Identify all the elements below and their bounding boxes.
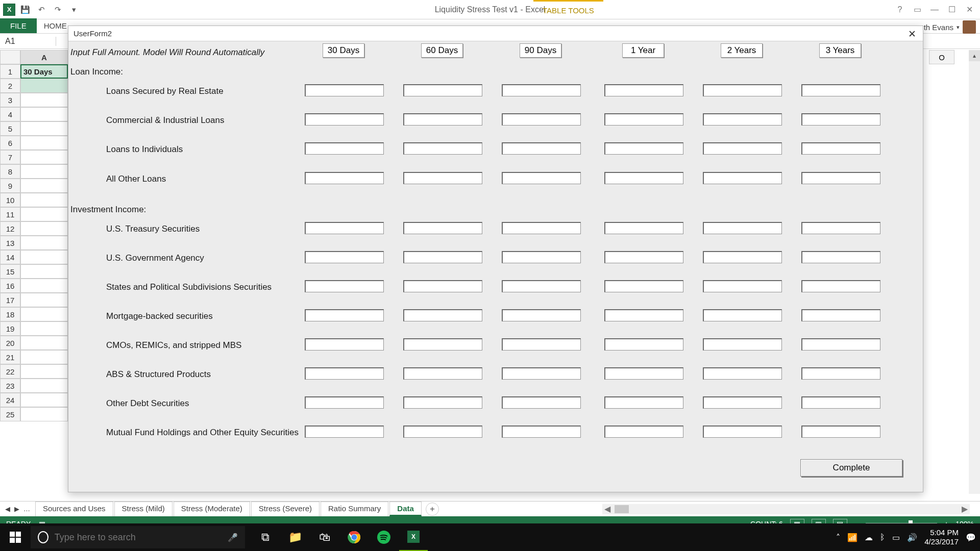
vertical-scrollbar[interactable]: ▴	[969, 50, 980, 494]
amount-input[interactable]	[604, 280, 683, 292]
row-header[interactable]: 8	[0, 164, 20, 179]
row-header[interactable]: 11	[0, 207, 20, 221]
cell[interactable]	[20, 93, 68, 107]
bluetooth-icon[interactable]: ᛒ	[880, 533, 885, 542]
close-icon[interactable]: ✕	[904, 28, 920, 40]
amount-input[interactable]	[403, 396, 482, 409]
row-header[interactable]: 10	[0, 193, 20, 207]
amount-input[interactable]	[502, 142, 581, 155]
cell[interactable]	[20, 364, 68, 379]
scroll-up-icon[interactable]: ▴	[969, 50, 980, 61]
amount-input[interactable]	[502, 309, 581, 321]
wifi-icon[interactable]: 📶	[847, 533, 857, 542]
row-header[interactable]: 21	[0, 350, 20, 364]
amount-input[interactable]	[502, 84, 581, 96]
volume-icon[interactable]: 🔊	[907, 533, 917, 542]
amount-input[interactable]	[502, 367, 581, 380]
cell[interactable]	[20, 279, 68, 293]
amount-input[interactable]	[305, 222, 384, 234]
amount-input[interactable]	[703, 84, 782, 96]
amount-input[interactable]	[801, 396, 880, 409]
amount-input[interactable]	[801, 113, 880, 126]
amount-input[interactable]	[703, 396, 782, 409]
ribbon-display-icon[interactable]: ▭	[910, 4, 925, 15]
cell[interactable]	[20, 321, 68, 336]
amount-input[interactable]	[305, 280, 384, 292]
amount-input[interactable]	[604, 84, 683, 96]
sheet-tab[interactable]: Stress (Moderate)	[174, 502, 250, 516]
row-header[interactable]: 15	[0, 264, 20, 279]
amount-input[interactable]	[604, 222, 683, 234]
amount-input[interactable]	[403, 338, 482, 350]
amount-input[interactable]	[403, 142, 482, 155]
amount-input[interactable]	[305, 251, 384, 263]
amount-input[interactable]	[502, 338, 581, 350]
row-header[interactable]: 24	[0, 393, 20, 407]
close-window-icon[interactable]: ✕	[962, 4, 977, 15]
amount-input[interactable]	[403, 309, 482, 321]
cell[interactable]	[20, 193, 68, 207]
windows-store-icon[interactable]: 🛍	[310, 523, 339, 551]
cell[interactable]	[20, 107, 68, 121]
sheet-nav-prev-icon[interactable]: ◀	[5, 505, 10, 513]
amount-input[interactable]	[403, 251, 482, 263]
search-input[interactable]	[55, 532, 222, 543]
cell[interactable]	[20, 393, 68, 407]
cell[interactable]	[20, 236, 68, 250]
amount-input[interactable]	[703, 113, 782, 126]
row-header[interactable]: 23	[0, 379, 20, 393]
amount-input[interactable]	[305, 425, 384, 438]
amount-input[interactable]	[703, 251, 782, 263]
amount-input[interactable]	[604, 367, 683, 380]
amount-input[interactable]	[604, 251, 683, 263]
amount-input[interactable]	[502, 396, 581, 409]
taskbar-search[interactable]: 🎤	[31, 526, 245, 548]
period-header-button[interactable]: 2 Years	[721, 43, 763, 58]
cell[interactable]	[20, 336, 68, 350]
amount-input[interactable]	[801, 367, 880, 380]
amount-input[interactable]	[305, 172, 384, 184]
row-header[interactable]: 7	[0, 150, 20, 164]
amount-input[interactable]	[502, 172, 581, 184]
name-box[interactable]: A1	[0, 37, 56, 46]
file-explorer-icon[interactable]: 📁	[281, 523, 309, 551]
amount-input[interactable]	[801, 309, 880, 321]
spotify-icon[interactable]	[370, 523, 398, 551]
row-header[interactable]: 18	[0, 307, 20, 321]
cell[interactable]: 30 Days	[20, 64, 68, 79]
amount-input[interactable]	[604, 142, 683, 155]
period-header-button[interactable]: 60 Days	[421, 43, 463, 58]
scroll-right-icon[interactable]: ▶	[960, 504, 970, 514]
amount-input[interactable]	[801, 84, 880, 96]
amount-input[interactable]	[403, 172, 482, 184]
amount-input[interactable]	[502, 222, 581, 234]
amount-input[interactable]	[703, 338, 782, 350]
amount-input[interactable]	[502, 425, 581, 438]
action-center-icon[interactable]: 💬	[966, 533, 976, 542]
amount-input[interactable]	[801, 338, 880, 350]
maximize-icon[interactable]: ☐	[944, 4, 960, 15]
amount-input[interactable]	[801, 222, 880, 234]
amount-input[interactable]	[305, 113, 384, 126]
sheet-tab[interactable]: Stress (Mild)	[114, 502, 173, 516]
row-header[interactable]: 22	[0, 364, 20, 379]
save-icon[interactable]: 💾	[18, 3, 32, 16]
user-account-chip[interactable]: th Evans ▾	[924, 20, 976, 34]
row-header[interactable]: 25	[0, 407, 20, 421]
cell[interactable]	[20, 264, 68, 279]
cell[interactable]	[20, 350, 68, 364]
cell[interactable]	[20, 136, 68, 150]
row-header[interactable]: 16	[0, 279, 20, 293]
row-header[interactable]: 12	[0, 221, 20, 236]
row-header[interactable]: 9	[0, 179, 20, 193]
amount-input[interactable]	[801, 280, 880, 292]
sheet-tab[interactable]: Ratio Summary	[321, 502, 388, 516]
cell[interactable]	[20, 207, 68, 221]
amount-input[interactable]	[502, 251, 581, 263]
amount-input[interactable]	[801, 425, 880, 438]
amount-input[interactable]	[403, 222, 482, 234]
start-button[interactable]	[0, 523, 31, 551]
amount-input[interactable]	[502, 280, 581, 292]
amount-input[interactable]	[403, 367, 482, 380]
row-header[interactable]: 13	[0, 236, 20, 250]
